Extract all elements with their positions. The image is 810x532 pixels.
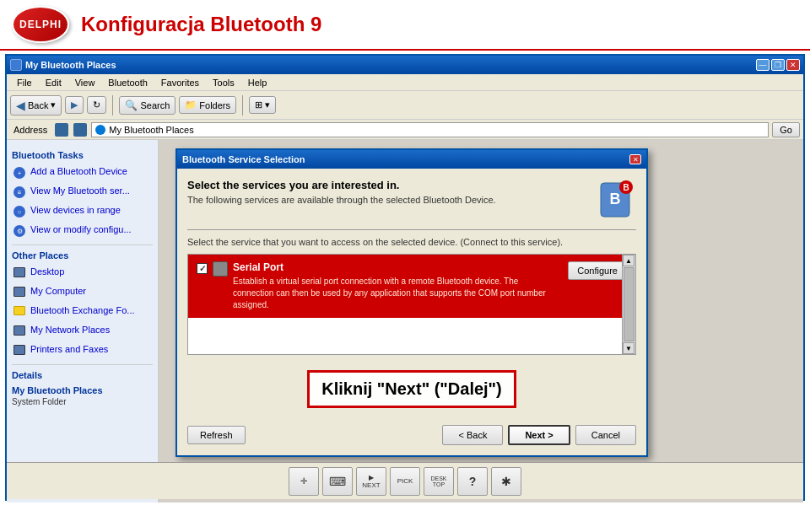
keyboard-icon: ⌨ — [329, 475, 346, 488]
menu-tools[interactable]: Tools — [206, 76, 241, 89]
sidebar-item-desktop[interactable]: Desktop — [12, 266, 153, 282]
bluetooth-service-dialog: Bluetooth Service Selection ✕ Select the… — [176, 148, 648, 457]
service-item-serial-port: ✓ Serial Port Establish a virtual serial… — [188, 255, 635, 318]
scroll-up-button[interactable]: ▲ — [623, 255, 634, 266]
window-app-icon — [10, 59, 22, 71]
view-config-icon: ⚙ — [14, 225, 25, 237]
dialog-titlebar: Bluetooth Service Selection ✕ — [177, 150, 646, 169]
page-title: Konfiguracja Bluetooth 9 — [81, 13, 321, 36]
scrollbar[interactable]: ▲ ▼ — [622, 255, 635, 354]
sidebar-item-bt-exchange[interactable]: Bluetooth Exchange Fo... — [12, 304, 153, 320]
search-button[interactable]: 🔍 Search — [119, 96, 176, 115]
menu-file[interactable]: File — [10, 76, 39, 89]
keyboard-icon-button[interactable]: ⌨ — [322, 467, 353, 496]
address-bt-icon — [95, 125, 105, 135]
details-title: Details — [12, 370, 153, 380]
service-description: Establish a virtual serial port connecti… — [233, 276, 561, 311]
sidebar-item-view-devices[interactable]: ○ View devices in range — [12, 204, 153, 220]
services-scroll-area[interactable]: ✓ Serial Port Establish a virtual serial… — [187, 254, 636, 355]
folders-icon: 📁 — [185, 99, 197, 110]
dialog-divider — [187, 229, 636, 230]
view-services-icon: ≡ — [14, 186, 25, 198]
minimize-button[interactable]: — — [756, 59, 770, 71]
pick-icon-button[interactable]: PICK — [390, 467, 420, 496]
taskbar-bottom: ✛ ⌨ ▶NEXT PICK DESKTOP ? ✱ — [7, 462, 803, 499]
back-nav-button[interactable]: < Back — [442, 425, 503, 445]
sidebar-item-view-config[interactable]: ⚙ View or modify configu... — [12, 223, 153, 239]
dialog-bottom-bar: Refresh < Back Next > Cancel — [187, 425, 636, 445]
close-button[interactable]: ✕ — [786, 59, 800, 71]
desktop-icon — [14, 267, 25, 277]
address-label: Address — [10, 125, 51, 135]
dialog-subtext: The following services are available thr… — [187, 195, 496, 205]
dialog-instruction: Select the service that you want to acce… — [187, 237, 636, 247]
view-devices-icon: ○ — [14, 206, 25, 218]
sidebar-item-printers[interactable]: Printers and Faxes — [12, 343, 153, 359]
service-info: Serial Port Establish a virtual serial p… — [233, 261, 561, 311]
help-icon: ? — [469, 475, 477, 488]
window-titlebar: My Bluetooth Places — ❐ ✕ — [7, 56, 803, 74]
scroll-down-button[interactable]: ▼ — [623, 342, 634, 354]
window-title: My Bluetooth Places — [10, 59, 116, 71]
next-nav-button[interactable]: Next > — [508, 425, 570, 445]
help-icon-button[interactable]: ? — [457, 467, 488, 496]
refresh-button[interactable]: Refresh — [187, 426, 246, 444]
details-name: My Bluetooth Places — [12, 385, 153, 395]
address-field[interactable]: My Bluetooth Places — [91, 122, 769, 137]
header: DELPHI Konfiguracja Bluetooth 9 — [0, 0, 810, 51]
view-button[interactable]: ⊞ ▾ — [249, 96, 276, 114]
desk-icon: DESKTOP — [430, 476, 446, 487]
move-icon: ✛ — [300, 476, 307, 486]
svg-text:B: B — [610, 191, 621, 207]
sidebar-divider-1 — [12, 245, 153, 245]
main-content: Bluetooth Service Selection ✕ Select the… — [159, 140, 803, 502]
logo-text: DELPHI — [19, 19, 62, 30]
delphi-logo: DELPHI — [10, 4, 71, 45]
dialog-header: Select the services you are interested i… — [187, 179, 636, 221]
dialog-close-button[interactable]: ✕ — [629, 154, 641, 164]
annotation-container: Kliknij "Next" ("Dalej") — [213, 362, 611, 416]
window-controls: — ❐ ✕ — [756, 59, 800, 71]
bluetooth-tasks-title: Bluetooth Tasks — [12, 150, 153, 160]
serial-port-icon — [213, 261, 228, 277]
service-checkbox[interactable]: ✓ — [197, 263, 208, 274]
svg-text:B: B — [623, 183, 629, 192]
dialog-heading: Select the services you are interested i… — [187, 179, 496, 191]
go-button[interactable]: Go — [772, 122, 800, 137]
toolbar-separator-1 — [112, 95, 113, 116]
sidebar-divider-2 — [12, 364, 153, 365]
move-icon-button[interactable]: ✛ — [289, 467, 319, 496]
refresh-toolbar-button[interactable]: ↻ — [87, 96, 106, 114]
cancel-button[interactable]: Cancel — [575, 425, 636, 445]
bt-exchange-icon — [14, 306, 25, 315]
sidebar-item-add-device[interactable]: + Add a Bluetooth Device — [12, 165, 153, 181]
pick-icon: PICK — [397, 477, 413, 485]
search-icon: 🔍 — [125, 99, 138, 111]
folders-button[interactable]: 📁 Folders — [179, 96, 236, 114]
dialog-bt-icon: B B — [594, 179, 636, 221]
content-area: Bluetooth Tasks + Add a Bluetooth Device… — [7, 140, 803, 502]
addr-back-icon — [55, 123, 68, 137]
back-button[interactable]: ◀ Back ▾ — [10, 95, 62, 116]
sidebar-item-view-services[interactable]: ≡ View My Bluetooth ser... — [12, 185, 153, 201]
menu-edit[interactable]: Edit — [39, 76, 68, 89]
desk-icon-button[interactable]: DESKTOP — [424, 467, 454, 496]
annotation-box: Kliknij "Next" ("Dalej") — [307, 370, 516, 408]
menu-bluetooth[interactable]: Bluetooth — [101, 76, 154, 89]
configure-button[interactable]: Configure — [568, 261, 627, 280]
sidebar-item-my-computer[interactable]: My Computer — [12, 285, 153, 301]
forward-button[interactable]: ▶ — [65, 96, 84, 114]
extra-icon-button[interactable]: ✱ — [491, 467, 521, 496]
maximize-button[interactable]: ❐ — [771, 59, 785, 71]
toolbar-separator-2 — [242, 95, 243, 116]
main-window: My Bluetooth Places — ❐ ✕ File Edit View… — [5, 54, 805, 501]
menu-favorites[interactable]: Favorites — [154, 76, 206, 89]
sidebar-item-network[interactable]: My Network Places — [12, 324, 153, 340]
computer-icon — [14, 287, 25, 297]
menu-help[interactable]: Help — [241, 76, 274, 89]
next-icon-button[interactable]: ▶NEXT — [356, 467, 386, 496]
dialog-nav-buttons: < Back Next > Cancel — [442, 425, 636, 445]
menu-view[interactable]: View — [68, 76, 102, 89]
details-type: System Folder — [12, 397, 153, 406]
next-icon: ▶NEXT — [362, 474, 380, 489]
